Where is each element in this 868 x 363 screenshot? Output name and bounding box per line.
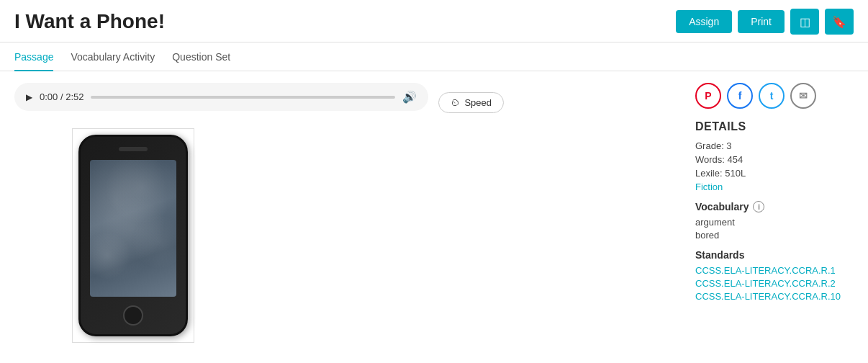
bookmark-icon: 🔖 bbox=[832, 15, 846, 29]
main-content: ▶ 0:00 / 2:52 🔊 ⏲ Speed bbox=[0, 71, 868, 354]
audio-progress-bar[interactable] bbox=[91, 96, 395, 99]
facebook-icon[interactable]: f bbox=[727, 83, 753, 109]
vocab-word-1: bored bbox=[695, 230, 854, 241]
content-area: ▶ 0:00 / 2:52 🔊 ⏲ Speed bbox=[14, 83, 681, 343]
standard-0[interactable]: CCSS.ELA-LITERACY.CCRA.R.1 bbox=[695, 265, 854, 276]
standards-title: Standards bbox=[695, 249, 854, 261]
detail-lexile: Lexile: 510L bbox=[695, 168, 854, 179]
vocabulary-title: Vocabulary i bbox=[695, 201, 854, 212]
info-icon[interactable]: i bbox=[753, 201, 764, 212]
page-title: I Want a Phone! bbox=[14, 10, 165, 33]
play-button[interactable]: ▶ bbox=[26, 92, 32, 102]
phone-screen bbox=[90, 160, 176, 297]
pinterest-icon[interactable]: P bbox=[695, 83, 721, 109]
screen-icon-button[interactable]: ◫ bbox=[790, 9, 819, 35]
detail-words: Words: 454 bbox=[695, 154, 854, 165]
phone-image bbox=[78, 135, 188, 336]
bookmark-icon-button[interactable]: 🔖 bbox=[825, 9, 854, 35]
phone-speaker bbox=[119, 147, 148, 151]
phone-image-container bbox=[72, 128, 681, 343]
detail-grade: Grade: 3 bbox=[695, 140, 854, 151]
print-button[interactable]: Print bbox=[738, 10, 785, 33]
standard-1[interactable]: CCSS.ELA-LITERACY.CCRA.R.2 bbox=[695, 278, 854, 289]
audio-player: ▶ 0:00 / 2:52 🔊 bbox=[14, 83, 428, 111]
details-title: DETAILS bbox=[695, 120, 854, 133]
tabs-bar: Passage Vocabulary Activity Question Set bbox=[0, 42, 868, 71]
details-section: DETAILS Grade: 3 Words: 454 Lexile: 510L… bbox=[695, 120, 854, 192]
tab-vocabulary-activity[interactable]: Vocabulary Activity bbox=[71, 42, 155, 71]
social-icons: P f t ✉ bbox=[695, 83, 854, 109]
twitter-icon[interactable]: t bbox=[759, 83, 785, 109]
tab-passage[interactable]: Passage bbox=[14, 42, 53, 71]
assign-button[interactable]: Assign bbox=[676, 10, 732, 33]
speed-clock-icon: ⏲ bbox=[451, 97, 460, 108]
speed-button[interactable]: ⏲ Speed bbox=[438, 92, 504, 113]
email-icon[interactable]: ✉ bbox=[790, 83, 816, 109]
tab-question-set[interactable]: Question Set bbox=[172, 42, 230, 71]
phone-home-button bbox=[123, 305, 143, 326]
vocabulary-section: Vocabulary i argument bored bbox=[695, 201, 854, 241]
detail-genre: Fiction bbox=[695, 182, 854, 192]
monitor-icon: ◫ bbox=[800, 15, 810, 29]
standard-2[interactable]: CCSS.ELA-LITERACY.CCRA.R.10 bbox=[695, 291, 854, 302]
header: I Want a Phone! Assign Print ◫ 🔖 bbox=[0, 0, 868, 42]
volume-icon[interactable]: 🔊 bbox=[402, 90, 417, 104]
audio-current-time: 0:00 / 2:52 bbox=[40, 91, 83, 102]
vocab-word-0: argument bbox=[695, 217, 854, 228]
standards-section: Standards CCSS.ELA-LITERACY.CCRA.R.1 CCS… bbox=[695, 249, 854, 302]
sidebar: P f t ✉ DETAILS Grade: 3 Words: 454 Lexi… bbox=[695, 83, 854, 343]
header-actions: Assign Print ◫ 🔖 bbox=[676, 9, 854, 35]
